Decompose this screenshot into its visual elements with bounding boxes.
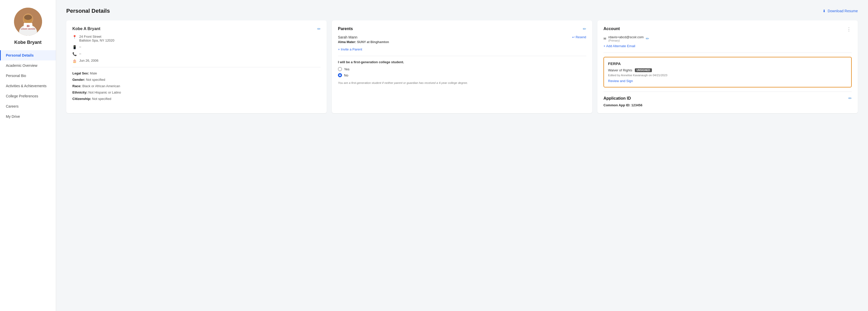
sidebar-item-personal-bio[interactable]: Personal Bio	[0, 71, 56, 81]
download-icon: ⬇	[823, 9, 826, 13]
radio-yes-label: Yes	[344, 67, 349, 71]
sidebar-item-activities-achievements[interactable]: Activities & Achievements	[0, 81, 56, 91]
location-icon: 📍	[72, 35, 77, 39]
personal-details-card: Kobe A Bryant ✏ 📍 24 Front StreetBallsto…	[66, 21, 327, 113]
sidebar-item-academic-overview[interactable]: Academic Overview	[0, 60, 56, 71]
gender-value: Gender: Not specified	[72, 78, 105, 82]
mobile-value: –	[79, 45, 81, 49]
ferpa-edited-text: Edited by Annelise Kavanaugh on 04/21/20…	[608, 74, 847, 77]
resend-label: Resend	[576, 35, 586, 39]
svg-text:LOWER MERION: LOWER MERION	[21, 28, 35, 30]
personal-card-header: Kobe A Bryant ✏	[72, 27, 320, 35]
phone-value: –	[79, 52, 81, 56]
parent-name: Sarah Mann	[338, 35, 357, 39]
citizenship-value: Citizenship: Not specified	[72, 97, 111, 101]
student-name: Kobe A Bryant	[72, 27, 100, 31]
radio-yes-circle	[338, 67, 342, 71]
primary-label: (Primary)	[608, 39, 644, 42]
parent-name-row: Sarah Mann ↩ Resend	[338, 35, 586, 39]
cards-row: Kobe A Bryant ✏ 📍 24 Front StreetBallsto…	[66, 21, 858, 113]
svg-text:33: 33	[27, 25, 30, 28]
parents-card: Parents ✏ Sarah Mann ↩ Resend Alma Mater…	[332, 21, 592, 113]
first-gen-question: I will be a first-generation college stu…	[338, 60, 586, 64]
page-title: Personal Details	[66, 8, 110, 14]
invite-parent-button[interactable]: + Invite a Parent	[338, 48, 362, 51]
sidebar-item-my-drive[interactable]: My Drive	[0, 112, 56, 122]
mobile-row: 📱 –	[72, 45, 320, 49]
application-id-row: Application ID ✏	[603, 96, 852, 101]
email-edit-icon[interactable]: ✏	[646, 36, 649, 41]
ferpa-section: FERPA Waiver of Rights Unsigned Edited b…	[603, 57, 852, 87]
account-title: Account	[603, 27, 620, 31]
first-gen-radio-group: Yes No	[338, 67, 586, 77]
app-id-title: Application ID	[603, 96, 631, 101]
sidebar-item-personal-details[interactable]: Personal Details	[0, 50, 56, 60]
svg-point-5	[24, 15, 32, 20]
legal-sex-row: Legal Sex: Male	[72, 71, 320, 75]
sidebar-item-college-preferences[interactable]: College Preferences	[0, 91, 56, 101]
waiver-row: Waiver of Rights Unsigned	[608, 68, 847, 72]
ethnicity-row: Ethnicity: Not Hispanic or Latino	[72, 91, 320, 94]
add-email-label: + Add Alternate Email	[603, 44, 635, 48]
main-content: Personal Details ⬇ Download Resume Kobe …	[56, 0, 868, 311]
review-sign-label: Review and Sign	[608, 79, 633, 83]
phone-row: 📞 –	[72, 52, 320, 56]
radio-yes[interactable]: Yes	[338, 67, 586, 71]
sidebar: ✌ 33 LOWER MERION Kobe Bryant Personal D…	[0, 0, 56, 311]
parents-card-header: Parents ✏	[338, 27, 586, 35]
birthday-icon: 🎂	[72, 59, 77, 63]
mobile-icon: 📱	[72, 45, 77, 49]
waiver-label: Waiver of Rights	[608, 68, 632, 72]
avatar-image: ✌ 33 LOWER MERION	[14, 8, 42, 36]
gender-row: Gender: Not specified	[72, 78, 320, 82]
resend-button[interactable]: ↩ Resend	[572, 35, 586, 39]
radio-no[interactable]: No	[338, 73, 586, 77]
race-row: Race: Black or African American	[72, 84, 320, 88]
review-sign-button[interactable]: Review and Sign	[608, 79, 633, 83]
user-name: Kobe Bryant	[12, 40, 44, 45]
parents-edit-icon[interactable]: ✏	[583, 27, 586, 31]
ethnicity-value: Ethnicity: Not Hispanic or Latino	[72, 91, 121, 94]
dob-row: 🎂 Jun 26, 2006	[72, 59, 320, 63]
email-details: rdavis+abcd@scoir.com (Primary)	[608, 35, 644, 42]
page-header: Personal Details ⬇ Download Resume	[66, 8, 858, 14]
race-value: Race: Black or African American	[72, 84, 120, 88]
app-id-edit-icon[interactable]: ✏	[848, 96, 852, 101]
common-app-id-label: Common App ID:	[603, 103, 630, 107]
account-card: Account ⋮ ✉ rdavis+abcd@scoir.com (Prima…	[597, 21, 858, 113]
download-resume-button[interactable]: ⬇ Download Resume	[823, 9, 858, 13]
common-app-id-value: 123456	[631, 103, 642, 107]
account-card-header: Account ⋮	[603, 27, 852, 35]
resend-icon: ↩	[572, 35, 575, 39]
radio-no-circle	[338, 73, 342, 77]
common-app-id: Common App ID: 123456	[603, 103, 852, 107]
ferpa-title: FERPA	[608, 61, 847, 66]
legal-sex-value: Legal Sex: Male	[72, 71, 97, 75]
download-label: Download Resume	[828, 9, 858, 13]
address-row: 📍 24 Front StreetBallston Spa, NY 12020	[72, 35, 320, 42]
alma-mater: Alma Mater: SUNY at Binghamton	[338, 40, 586, 44]
personal-edit-icon[interactable]: ✏	[317, 27, 320, 31]
first-gen-note: You are a first-generation student if ne…	[338, 81, 586, 85]
citizenship-row: Citizenship: Not specified	[72, 97, 320, 101]
add-alternate-email-button[interactable]: + Add Alternate Email	[603, 44, 635, 48]
account-email-value: rdavis+abcd@scoir.com	[608, 35, 644, 39]
address-value: 24 Front StreetBallston Spa, NY 12020	[79, 35, 115, 42]
phone-icon: 📞	[72, 52, 77, 56]
account-email-row: ✉ rdavis+abcd@scoir.com (Primary) ✏	[603, 35, 852, 42]
nav-list: Personal Details Academic Overview Perso…	[0, 50, 56, 122]
invite-label: + Invite a Parent	[338, 48, 362, 51]
dob-value: Jun 26, 2006	[79, 59, 98, 62]
parents-title: Parents	[338, 27, 353, 31]
avatar: ✌ 33 LOWER MERION	[14, 8, 42, 36]
sidebar-item-careers[interactable]: Careers	[0, 101, 56, 112]
account-more-icon[interactable]: ⋮	[846, 27, 852, 32]
unsigned-badge: Unsigned	[635, 68, 652, 72]
radio-no-label: No	[344, 73, 348, 77]
email-icon: ✉	[603, 37, 606, 40]
